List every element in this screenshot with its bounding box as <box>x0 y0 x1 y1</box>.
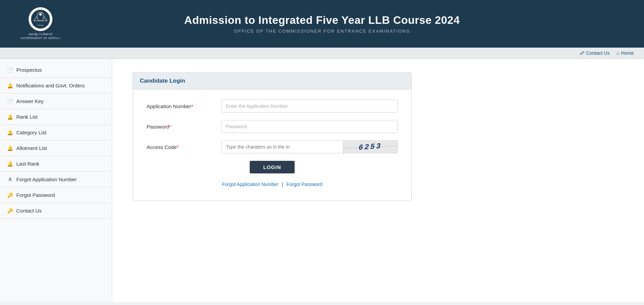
page-subtitle: OFFICE OF THE COMMISSIONER FOR ENTRANCE … <box>184 29 460 34</box>
sidebar-item-label: Rank List <box>16 114 38 120</box>
password-label: Password* <box>147 124 221 130</box>
login-button[interactable]: LOGIN <box>250 161 295 173</box>
kerala-emblem-icon: Kerala <box>30 9 51 29</box>
home-icon: ⌂ <box>616 50 619 56</box>
sidebar-item-notifications[interactable]: 🔔 Notifications and Govt. Orders <box>0 78 112 94</box>
sidebar: 📄 Prospectus 🔔 Notifications and Govt. O… <box>0 59 112 302</box>
sidebar-item-label: Category List <box>16 130 46 135</box>
sidebar-item-last-rank[interactable]: 🔔 Last Rank <box>0 156 112 172</box>
password-input[interactable] <box>221 120 398 133</box>
sidebar-item-label: Contact Us <box>16 208 42 214</box>
logo-emblem: Kerala <box>29 7 52 31</box>
sidebar-item-label: Forgot Application Number <box>16 176 77 182</box>
access-code-row: Access Code* 6253 <box>147 140 398 153</box>
forgot-app-number-icon: A <box>7 177 13 182</box>
access-code-input[interactable] <box>221 140 343 153</box>
allotment-list-icon: 🔔 <box>7 146 13 151</box>
contact-us-nav-label: Contact Us <box>586 50 610 56</box>
password-row: Password* <box>147 120 398 133</box>
login-card-title: Candidate Login <box>140 78 404 84</box>
contact-us-nav-link[interactable]: ☍ Contact Us <box>580 50 610 56</box>
contact-us-icon: 🔑 <box>7 208 13 214</box>
sidebar-item-category-list[interactable]: 🔔 Category List <box>0 125 112 140</box>
sidebar-item-forgot-password[interactable]: 🔑 Forgot Password <box>0 187 112 203</box>
category-list-icon: 🔔 <box>7 130 13 135</box>
sidebar-item-answer-key[interactable]: 📄 Answer Key <box>0 94 112 109</box>
top-navbar: ☍ Contact Us ⌂ Home <box>0 48 644 59</box>
access-code-label: Access Code* <box>147 144 221 150</box>
logo-section: Kerala കേരള സർക്കാർ GOVERNMENT OF KERALA <box>20 7 60 40</box>
sidebar-item-allotment-list[interactable]: 🔔 Allotment List <box>0 140 112 156</box>
sidebar-item-contact-us[interactable]: 🔑 Contact Us <box>0 203 112 219</box>
sidebar-item-forgot-app-number[interactable]: A Forgot Application Number <box>0 172 112 187</box>
sidebar-item-label: Prospectus <box>16 67 42 73</box>
sidebar-item-label: Last Rank <box>16 161 39 167</box>
forgot-app-number-link[interactable]: Forgot Application Number <box>222 182 278 187</box>
notifications-icon: 🔔 <box>7 83 13 88</box>
main-layout: 📄 Prospectus 🔔 Notifications and Govt. O… <box>0 59 644 302</box>
login-card: Candidate Login Application Number* Pass… <box>133 72 412 201</box>
link-separator: | <box>282 182 283 187</box>
captcha-image: 6253 <box>343 140 398 153</box>
page-title: Admission to Integrated Five Year LLB Co… <box>184 14 460 27</box>
answer-key-icon: 📄 <box>7 99 13 104</box>
forgot-password-icon: 🔑 <box>7 192 13 198</box>
application-number-label: Application Number* <box>147 103 221 109</box>
login-card-header: Candidate Login <box>133 73 411 89</box>
sidebar-item-label: Forgot Password <box>16 192 55 198</box>
last-rank-icon: 🔔 <box>7 161 13 167</box>
sidebar-item-label: Allotment List <box>16 145 47 151</box>
sidebar-item-rank-list[interactable]: 🔔 Rank List <box>0 109 112 125</box>
sidebar-item-label: Answer Key <box>16 98 44 104</box>
captcha-section: 6253 <box>221 140 398 153</box>
contact-icon: ☍ <box>580 50 584 56</box>
logo-text: കേരള സർക്കാർ GOVERNMENT OF KERALA <box>20 32 60 40</box>
application-number-row: Application Number* <box>147 100 398 113</box>
svg-point-5 <box>39 13 42 16</box>
prospectus-icon: 📄 <box>7 67 13 73</box>
forgot-links-section: Forgot Application Number | Forgot Passw… <box>147 182 398 187</box>
forgot-password-link[interactable]: Forgot Password <box>286 182 323 187</box>
rank-list-icon: 🔔 <box>7 114 13 120</box>
main-content: Candidate Login Application Number* Pass… <box>112 59 644 302</box>
header-title-section: Admission to Integrated Five Year LLB Co… <box>184 14 460 34</box>
page-header: Kerala കേരള സർക്കാർ GOVERNMENT OF KERALA… <box>0 0 644 48</box>
sidebar-item-label: Notifications and Govt. Orders <box>16 83 85 88</box>
home-nav-link[interactable]: ⌂ Home <box>616 50 634 56</box>
home-nav-label: Home <box>621 50 634 56</box>
captcha-text: 6253 <box>359 142 382 152</box>
login-button-row: LOGIN <box>147 161 398 173</box>
login-card-body: Application Number* Password* Access Cod… <box>133 89 411 201</box>
sidebar-item-prospectus[interactable]: 📄 Prospectus <box>0 62 112 78</box>
svg-text:Kerala: Kerala <box>37 24 44 26</box>
application-number-input[interactable] <box>221 100 398 113</box>
